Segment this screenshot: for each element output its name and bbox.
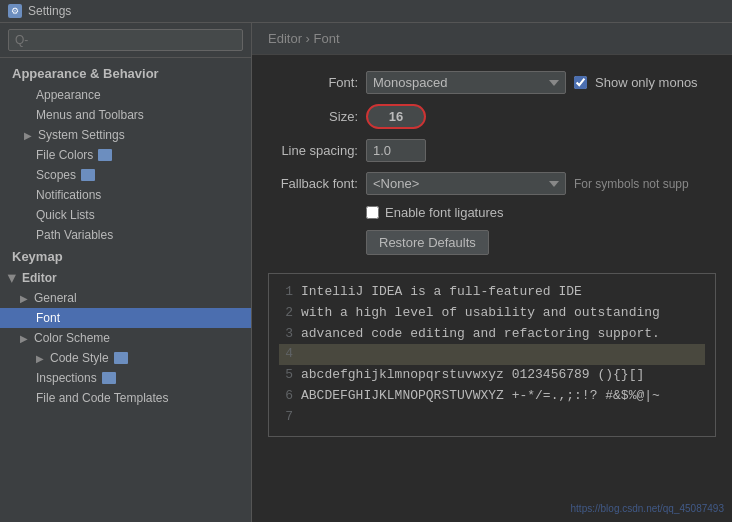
line-num-4: 4: [279, 344, 293, 365]
search-box: [0, 23, 251, 58]
settings-window: ⚙ Settings Appearance & Behavior Appeara…: [0, 0, 732, 522]
general-label: General: [34, 291, 77, 305]
font-row: Font: Monospaced Consolas Courier New Sh…: [268, 71, 716, 94]
code-style-arrow: ▶: [36, 353, 44, 364]
ligatures-row: Enable font ligatures: [366, 205, 716, 220]
line-num-7: 7: [279, 407, 293, 428]
restore-defaults-button[interactable]: Restore Defaults: [366, 230, 489, 255]
show-only-row: Show only monos: [574, 75, 698, 90]
file-colors-label: File Colors: [36, 148, 93, 162]
preview-line-2: 2 with a high level of usability and out…: [279, 303, 705, 324]
breadcrumb-font: Font: [314, 31, 340, 46]
line-content-4: [301, 344, 309, 365]
line-num-6: 6: [279, 386, 293, 407]
fallback-hint: For symbols not supp: [574, 177, 689, 191]
font-label: Font: [36, 311, 60, 325]
preview-line-5: 5 abcdefghijklmnopqrstuvwxyz 0123456789 …: [279, 365, 705, 386]
sidebar-item-path-variables[interactable]: Path Variables: [0, 225, 251, 245]
menus-toolbars-label: Menus and Toolbars: [36, 108, 144, 122]
line-num-1: 1: [279, 282, 293, 303]
path-variables-label: Path Variables: [36, 228, 113, 242]
section-keymap: Keymap: [0, 245, 251, 268]
font-field-label: Font:: [268, 75, 358, 90]
breadcrumb-editor: Editor: [268, 31, 302, 46]
preview-line-3: 3 advanced code editing and refactoring …: [279, 324, 705, 345]
code-style-icon: [113, 351, 129, 365]
line-num-2: 2: [279, 303, 293, 324]
line-spacing-label: Line spacing:: [268, 143, 358, 158]
preview-area: 1 IntelliJ IDEA is a full-featured IDE 2…: [268, 273, 716, 437]
sidebar-item-general[interactable]: ▶ General: [0, 288, 251, 308]
line-content-6: ABCDEFGHIJKLMNOPQRSTUVWXYZ +-*/=.,;:!? #…: [301, 386, 660, 407]
section-appearance-behavior: Appearance & Behavior: [0, 62, 251, 85]
main-panel: Editor › Font Font: Monospaced Consolas …: [252, 23, 732, 522]
window-title: Settings: [28, 4, 71, 18]
watermark: https://blog.csdn.net/qq_45087493: [571, 503, 724, 514]
file-colors-icon: [97, 148, 113, 162]
color-scheme-label: Color Scheme: [34, 331, 110, 345]
inspections-icon: [101, 371, 117, 385]
file-code-templates-label: File and Code Templates: [36, 391, 169, 405]
line-content-2: with a high level of usability and outst…: [301, 303, 660, 324]
settings-icon: ⚙: [8, 4, 22, 18]
sidebar: Appearance & Behavior Appearance Menus a…: [0, 23, 252, 522]
sidebar-item-editor[interactable]: ▶ Editor: [0, 268, 251, 288]
sidebar-item-menus-toolbars[interactable]: Menus and Toolbars: [0, 105, 251, 125]
sidebar-item-file-colors[interactable]: File Colors: [0, 145, 251, 165]
general-arrow: ▶: [20, 293, 28, 304]
show-monospaced-label: Show only monos: [595, 75, 698, 90]
preview-line-6: 6 ABCDEFGHIJKLMNOPQRSTUVWXYZ +-*/=.,;:!?…: [279, 386, 705, 407]
sidebar-item-notifications[interactable]: Notifications: [0, 185, 251, 205]
sidebar-item-inspections[interactable]: Inspections: [0, 368, 251, 388]
sidebar-item-quick-lists[interactable]: Quick Lists: [0, 205, 251, 225]
line-content-1: IntelliJ IDEA is a full-featured IDE: [301, 282, 582, 303]
sidebar-item-appearance[interactable]: Appearance: [0, 85, 251, 105]
editor-arrow: ▶: [7, 274, 18, 282]
color-scheme-arrow: ▶: [20, 333, 28, 344]
svg-rect-3: [102, 372, 116, 384]
line-num-3: 3: [279, 324, 293, 345]
system-settings-arrow: ▶: [24, 130, 32, 141]
code-style-label: Code Style: [50, 351, 109, 365]
line-spacing-row: Line spacing:: [268, 139, 716, 162]
fallback-font-row: Fallback font: <None> For symbols not su…: [268, 172, 716, 195]
fallback-font-label: Fallback font:: [268, 176, 358, 191]
preview-line-7: 7: [279, 407, 705, 428]
ligatures-label: Enable font ligatures: [385, 205, 504, 220]
svg-rect-1: [81, 169, 95, 181]
scopes-icon: [80, 168, 96, 182]
preview-line-1: 1 IntelliJ IDEA is a full-featured IDE: [279, 282, 705, 303]
size-field-label: Size:: [268, 109, 358, 124]
line-spacing-input[interactable]: [366, 139, 426, 162]
search-input[interactable]: [8, 29, 243, 51]
size-row: Size:: [268, 104, 716, 129]
preview-line-4: 4: [279, 344, 705, 365]
sidebar-item-scopes[interactable]: Scopes: [0, 165, 251, 185]
fallback-font-select[interactable]: <None>: [366, 172, 566, 195]
font-select[interactable]: Monospaced Consolas Courier New: [366, 71, 566, 94]
editor-label: Editor: [22, 271, 57, 285]
line-num-5: 5: [279, 365, 293, 386]
line-content-5: abcdefghijklmnopqrstuvwxyz 0123456789 ()…: [301, 365, 644, 386]
sidebar-item-font[interactable]: Font: [0, 308, 251, 328]
sidebar-item-code-style[interactable]: ▶ Code Style: [0, 348, 251, 368]
size-input[interactable]: [366, 104, 426, 129]
breadcrumb-separator: ›: [306, 31, 314, 46]
notifications-label: Notifications: [36, 188, 101, 202]
inspections-label: Inspections: [36, 371, 97, 385]
sidebar-item-color-scheme[interactable]: ▶ Color Scheme: [0, 328, 251, 348]
svg-rect-0: [98, 149, 112, 161]
svg-rect-2: [114, 352, 128, 364]
ligatures-checkbox[interactable]: [366, 206, 379, 219]
show-only-monospaced-checkbox[interactable]: [574, 76, 587, 89]
panel-body: Font: Monospaced Consolas Courier New Sh…: [252, 55, 732, 522]
line-content-3: advanced code editing and refactoring su…: [301, 324, 660, 345]
scopes-label: Scopes: [36, 168, 76, 182]
quick-lists-label: Quick Lists: [36, 208, 95, 222]
sidebar-nav: Appearance & Behavior Appearance Menus a…: [0, 58, 251, 522]
sidebar-item-system-settings[interactable]: ▶ System Settings: [0, 125, 251, 145]
sidebar-item-file-code-templates[interactable]: File and Code Templates: [0, 388, 251, 408]
system-settings-label: System Settings: [38, 128, 125, 142]
appearance-label: Appearance: [36, 88, 101, 102]
line-content-7: [301, 407, 309, 428]
